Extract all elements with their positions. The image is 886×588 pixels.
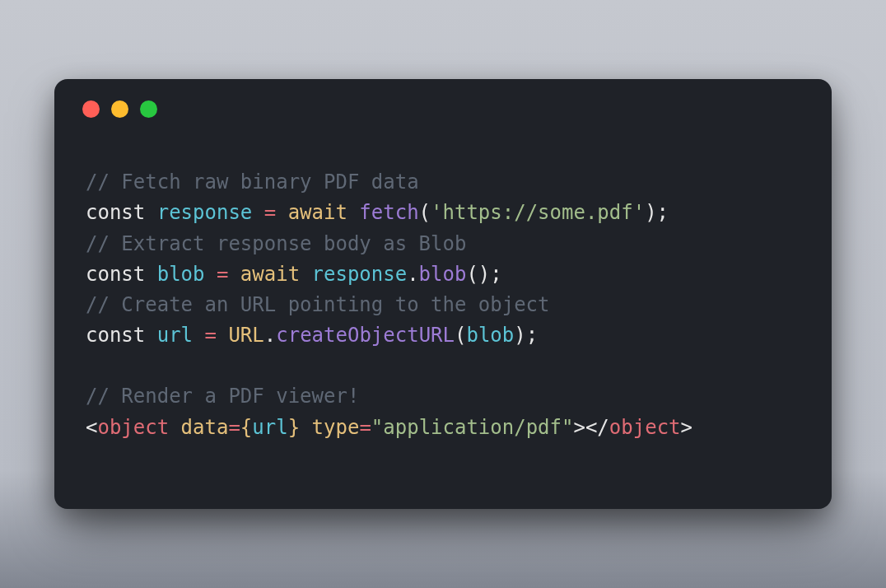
code-token <box>145 201 156 224</box>
code-token: object <box>97 416 169 439</box>
code-token: const <box>86 263 145 286</box>
code-line: // Extract response body as Blob <box>86 229 800 259</box>
code-token: = <box>228 416 240 439</box>
code-token: > <box>681 416 692 439</box>
code-editor-window: // Fetch raw binary PDF dataconst respon… <box>54 79 832 509</box>
code-token: blob <box>419 263 467 286</box>
code-comment: // Create an URL pointing to the object <box>86 293 550 316</box>
code-token: ( <box>455 324 466 347</box>
code-token: response <box>157 201 253 224</box>
code-comment: // Extract response body as Blob <box>86 232 466 255</box>
code-token: const <box>86 201 145 224</box>
code-comment: // Fetch raw binary PDF data <box>86 170 419 194</box>
code-line: const url = URL.createObjectURL(blob); <box>86 320 800 351</box>
code-token: "application/pdf" <box>371 416 574 439</box>
code-token: (); <box>466 263 501 286</box>
code-token <box>252 201 263 224</box>
code-token: type <box>312 416 360 439</box>
code-token: . <box>407 263 418 286</box>
code-token: blob <box>157 263 205 286</box>
code-comment: // Render a PDF viewer! <box>86 385 359 408</box>
code-token: await <box>240 263 300 286</box>
code-token: const <box>86 324 145 347</box>
code-token: ); <box>645 201 669 224</box>
code-token: object <box>609 416 681 439</box>
code-token: data <box>181 416 229 439</box>
code-token: > <box>573 416 585 439</box>
code-token: await <box>288 201 347 224</box>
code-token: fetch <box>359 201 418 224</box>
minimize-icon[interactable] <box>111 100 128 118</box>
code-token: . <box>264 324 276 347</box>
code-token: < <box>86 416 97 439</box>
code-token: } <box>288 416 300 439</box>
maximize-icon[interactable] <box>140 100 157 118</box>
code-line: const response = await fetch('https://so… <box>86 198 800 228</box>
code-line: const blob = await response.blob(); <box>86 259 800 290</box>
window-titlebar <box>54 79 832 126</box>
code-line: <object data={url} type="application/pdf… <box>86 413 800 443</box>
code-token <box>347 201 359 224</box>
code-token: = <box>359 416 371 439</box>
code-line: // Fetch raw binary PDF data <box>86 167 800 198</box>
code-token: = <box>205 324 217 347</box>
code-token: blob <box>466 324 514 347</box>
code-line: // Render a PDF viewer! <box>86 381 800 412</box>
code-line: // Create an URL pointing to the object <box>86 290 800 320</box>
code-token: ); <box>514 324 538 347</box>
code-token: { <box>240 416 252 439</box>
close-icon[interactable] <box>82 100 100 118</box>
code-token <box>217 324 228 347</box>
code-content: // Fetch raw binary PDF dataconst respon… <box>54 126 832 443</box>
code-token <box>228 263 240 286</box>
code-token: = <box>264 201 276 224</box>
code-token: 'https://some.pdf' <box>431 201 645 224</box>
code-token: url <box>252 416 287 439</box>
code-token <box>276 201 287 224</box>
code-line <box>86 351 800 381</box>
code-token: url <box>157 324 193 347</box>
code-token: createObjectURL <box>276 324 455 347</box>
code-token <box>145 324 156 347</box>
code-token: URL <box>228 324 263 347</box>
code-token: </ <box>585 416 609 439</box>
code-token: response <box>312 263 408 286</box>
code-token <box>300 263 311 286</box>
code-token: = <box>217 263 228 286</box>
code-token <box>300 416 311 439</box>
code-token <box>193 324 204 347</box>
code-token <box>205 263 217 286</box>
code-token <box>145 263 156 286</box>
code-token: ( <box>419 201 431 224</box>
code-token <box>169 416 180 439</box>
